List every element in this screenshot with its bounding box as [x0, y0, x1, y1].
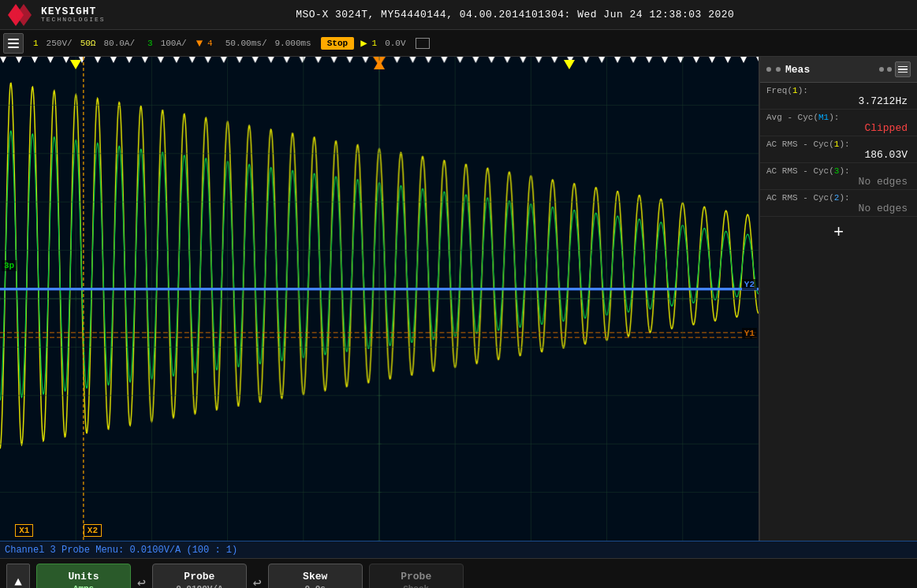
skew-undo-area: ↩	[253, 574, 262, 589]
probe-button[interactable]: Probe 0.0100V/A	[152, 564, 247, 589]
trig-ch: 1	[369, 39, 381, 48]
trig-marker-ch4	[374, 60, 385, 69]
probe-undo-area: ↩	[137, 574, 146, 589]
ch1-impedance: 50Ω	[77, 39, 99, 48]
keysight-logo-icon	[8, 4, 36, 26]
logo-technologies: TECHNOLOGIES	[41, 17, 106, 23]
probe-check-label: Probe	[401, 571, 431, 582]
meas-dot3	[879, 67, 884, 72]
grid-canvas	[0, 57, 759, 541]
meas-acrms2-item: AC RMS - Cyc(2): No edges	[760, 190, 917, 217]
probe-undo-icon[interactable]: ↩	[137, 574, 146, 589]
meas-panel-header: Meas	[760, 57, 917, 83]
probe-check-value: Check	[403, 584, 429, 588]
timebase: 50.00ms/	[222, 39, 270, 48]
meas-acrms3-label: AC RMS - Cyc(3):	[766, 166, 911, 176]
meas-acrms2-value: No edges	[766, 203, 911, 214]
main-toolbar: 1 250V/ 50Ω 80.0A/ 3 100A/ ▼ 4 50.00ms/ …	[0, 30, 917, 57]
skew-value: 0.0s	[304, 584, 325, 588]
trig-marker-ch1	[70, 60, 81, 69]
meas-freq-item: Freq(1): 3.7212Hz	[760, 83, 917, 110]
units-label: Units	[68, 571, 99, 582]
units-button[interactable]: Units Amps	[36, 564, 131, 589]
trig-marker-top	[564, 60, 575, 69]
cursor-box-icon	[416, 38, 430, 49]
units-value: Amps	[73, 584, 94, 588]
trigger-icon: ▶	[360, 36, 367, 50]
logo-area: KEYSIGHT TECHNOLOGIES	[8, 4, 106, 26]
menu-icon[interactable]	[3, 33, 24, 54]
main-area: 3p Y2 Y1 X1 X2 Meas	[0, 57, 917, 541]
instrument-title: MSO-X 3024T, MY54440144, 04.00.201410130…	[121, 9, 909, 20]
ch1-indicator[interactable]: 1	[30, 39, 42, 48]
meas-acrms3-item: AC RMS - Cyc(3): No edges	[760, 163, 917, 190]
meas-acrms1-value: 186.03V	[766, 149, 911, 161]
meas-freq-value: 3.7212Hz	[766, 95, 911, 107]
add-measurement-button[interactable]: +	[760, 217, 917, 249]
meas-avg-value: Clipped	[766, 122, 911, 134]
x2-marker: X2	[84, 524, 102, 537]
skew-button[interactable]: Skew 0.0s	[268, 564, 363, 589]
ch3-indicator[interactable]: 3	[144, 39, 156, 48]
y2-marker: Y2	[742, 279, 757, 290]
logo-text: KEYSIGHT TECHNOLOGIES	[41, 6, 106, 23]
stop-badge[interactable]: Stop	[321, 37, 354, 50]
header-bar: KEYSIGHT TECHNOLOGIES MSO-X 3024T, MY544…	[0, 0, 917, 30]
meas-menu-icon[interactable]	[895, 61, 911, 77]
probe-label: Probe	[184, 571, 214, 582]
meas-freq-label: Freq(1):	[766, 86, 911, 95]
bottom-toolbar: ▲ Units Amps ↩ Probe 0.0100V/A ↩ Skew 0.…	[0, 558, 917, 588]
meas-acrms1-item: AC RMS - Cyc(1): 186.03V	[760, 136, 917, 163]
probe-value: 0.0100V/A	[176, 584, 222, 588]
trig-level: 0.0V	[382, 39, 408, 48]
delay: 9.000ms	[272, 39, 315, 48]
meas-dot4	[887, 67, 892, 72]
scope-display[interactable]: 3p Y2 Y1 X1 X2	[0, 57, 759, 541]
scope-status-text: Channel 3 Probe Menu: 0.0100V/A (100 : 1…	[5, 545, 237, 556]
ch1-scale2: 80.0A/	[100, 39, 138, 48]
meas-dot	[766, 67, 771, 72]
skew-label: Skew	[303, 571, 327, 582]
skew-undo-icon[interactable]: ↩	[253, 574, 262, 589]
ch4-cursor-icon: ▼	[196, 37, 203, 50]
meas-acrms3-value: No edges	[766, 176, 911, 188]
probe-check-button: Probe Check	[369, 564, 464, 589]
x1-marker: X1	[15, 524, 33, 537]
meas-acrms2-label: AC RMS - Cyc(2):	[766, 193, 911, 203]
ch3-scale: 100A/	[158, 39, 190, 48]
meas-dot2	[776, 67, 781, 72]
measurements-panel: Meas Freq(1): 3.7212Hz Avg - Cyc(M1): Cl…	[759, 57, 917, 541]
meas-avg-label: Avg - Cyc(M1):	[766, 113, 911, 122]
ch1-scale: 250V/	[43, 39, 76, 48]
ch4-indicator[interactable]: 4	[204, 39, 216, 48]
meas-avg-item: Avg - Cyc(M1): Clipped	[760, 110, 917, 136]
up-arrow-button[interactable]: ▲	[6, 564, 30, 589]
meas-panel-title: Meas	[785, 64, 810, 76]
scope-status-bar: Channel 3 Probe Menu: 0.0100V/A (100 : 1…	[0, 541, 917, 558]
meas-acrms1-label: AC RMS - Cyc(1):	[766, 140, 911, 149]
ch3-scope-label: 3p	[2, 260, 17, 271]
y1-marker: Y1	[742, 328, 757, 339]
